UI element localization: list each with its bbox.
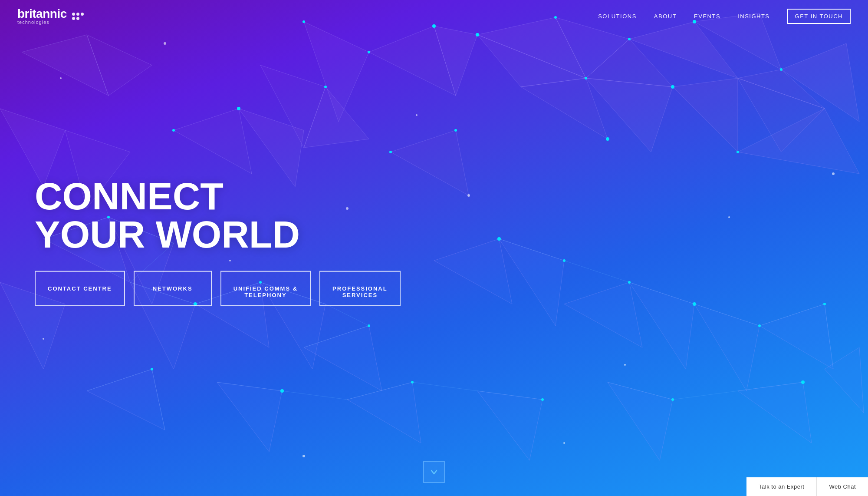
svg-point-50	[585, 77, 587, 79]
svg-marker-33	[499, 239, 564, 326]
logo[interactable]: britannic technologies	[17, 8, 84, 25]
svg-line-96	[326, 304, 369, 326]
nav-events[interactable]: EVENTS	[694, 13, 720, 20]
logo-brand-name: britannic	[17, 8, 67, 20]
svg-marker-24	[391, 130, 469, 195]
svg-point-89	[563, 442, 565, 444]
svg-marker-44	[738, 382, 812, 443]
web-chat-button[interactable]: Web Chat	[816, 477, 868, 496]
svg-line-107	[282, 391, 347, 400]
logo-dot	[81, 13, 84, 16]
svg-marker-39	[87, 369, 165, 430]
logo-text: britannic technologies	[17, 8, 67, 25]
svg-point-88	[302, 455, 305, 457]
logo-dot	[76, 17, 79, 20]
nav-about[interactable]: ABOUT	[654, 13, 677, 20]
svg-point-58	[389, 151, 392, 153]
hero-title: CONNECT YOUR WORLD	[35, 177, 401, 254]
nav-links: SOLUTIONS ABOUT EVENTS INSIGHTS GET IN T…	[598, 9, 851, 24]
scroll-arrow-icon[interactable]	[423, 461, 445, 483]
svg-marker-41	[347, 382, 421, 443]
hero-title-line1: CONNECT	[35, 175, 224, 218]
svg-point-49	[780, 68, 783, 71]
btn-unified-comms[interactable]: UNIFIED COMMS &TELEPHONY	[220, 271, 311, 306]
svg-marker-43	[608, 382, 673, 460]
svg-point-55	[324, 86, 327, 88]
bottom-actions: Talk to an Expert Web Chat	[746, 477, 868, 496]
svg-marker-42	[477, 391, 542, 460]
btn-professional-services[interactable]: PROFESSIONALSERVICES	[319, 271, 401, 306]
svg-point-87	[43, 338, 44, 340]
logo-dot	[72, 17, 75, 20]
hero-buttons: CONTACT CENTRE NETWORKS UNIFIED COMMS &T…	[35, 271, 401, 306]
svg-point-61	[736, 151, 739, 153]
svg-point-45	[476, 33, 479, 36]
logo-dot	[72, 13, 75, 16]
logo-tagline: technologies	[17, 20, 67, 25]
svg-point-60	[606, 137, 609, 141]
svg-marker-36	[694, 304, 760, 391]
svg-marker-22	[174, 109, 252, 174]
nav-solutions[interactable]: SOLUTIONS	[598, 13, 637, 20]
svg-point-59	[454, 129, 457, 132]
svg-point-56	[172, 129, 175, 132]
arrow-down-icon	[430, 468, 438, 476]
hero-title-line2: YOUR WORLD	[35, 213, 300, 256]
scroll-down[interactable]	[423, 461, 445, 483]
svg-line-99	[564, 261, 629, 282]
svg-point-78	[164, 42, 166, 45]
logo-dots-decoration	[72, 13, 84, 20]
svg-point-47	[628, 38, 631, 40]
svg-marker-35	[629, 282, 694, 369]
svg-line-109	[412, 382, 477, 391]
btn-contact-centre[interactable]: CONTACT CENTRE	[35, 271, 125, 306]
svg-point-79	[416, 114, 418, 116]
svg-point-51	[671, 85, 674, 89]
svg-point-57	[237, 107, 240, 110]
hero-section: britannic technologies SOLUTIONS ABOUT E…	[0, 0, 868, 496]
svg-line-112	[673, 391, 738, 400]
nav-get-in-touch[interactable]: GET IN TOUCH	[787, 9, 851, 24]
svg-marker-34	[564, 282, 642, 347]
svg-point-84	[728, 216, 730, 218]
svg-marker-40	[217, 382, 282, 452]
svg-point-85	[832, 172, 835, 175]
talk-to-expert-button[interactable]: Talk to an Expert	[746, 477, 816, 496]
btn-networks[interactable]: NETWORKS	[134, 271, 212, 306]
nav-insights[interactable]: INSIGHTS	[738, 13, 769, 20]
navbar: britannic technologies SOLUTIONS ABOUT E…	[0, 0, 868, 33]
logo-dot	[76, 13, 79, 16]
svg-point-86	[624, 364, 626, 366]
svg-point-83	[467, 194, 470, 197]
svg-marker-11	[673, 78, 738, 152]
svg-point-52	[368, 51, 370, 53]
svg-marker-32	[434, 239, 512, 304]
hero-content: CONNECT YOUR WORLD CONTACT CENTRE NETWOR…	[35, 177, 401, 306]
svg-marker-37	[760, 304, 833, 369]
svg-point-81	[60, 77, 62, 79]
